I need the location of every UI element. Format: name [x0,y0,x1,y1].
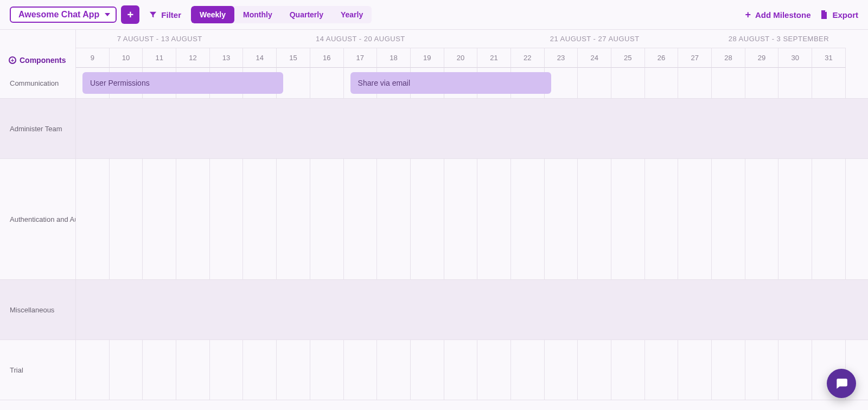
filter-icon [149,11,157,18]
add-project-button[interactable]: + [121,5,139,24]
view-option-weekly[interactable]: Weekly [191,6,234,23]
plus-icon: + [745,10,751,20]
day-header: 25 [611,48,645,68]
day-header: 9 [76,48,110,68]
week-header: 7 AUGUST - 13 AUGUST [76,30,243,48]
toolbar: Awesome Chat App + Filter WeeklyMonthlyQ… [0,0,868,29]
task-bar[interactable]: Share via email [350,72,551,94]
view-switch: WeeklyMonthlyQuarterlyYearly [191,6,372,23]
day-header: 20 [444,48,478,68]
day-header: 29 [745,48,779,68]
filter-button[interactable]: Filter [149,10,181,20]
day-header: 11 [143,48,176,68]
day-header: 28 [712,48,745,68]
view-option-monthly[interactable]: Monthly [234,6,281,23]
view-option-quarterly[interactable]: Quarterly [281,6,332,23]
day-header: 24 [578,48,611,68]
row-track[interactable] [76,340,868,400]
plus-icon: + [127,9,134,21]
day-header: 21 [477,48,511,68]
day-header: 13 [210,48,244,68]
chat-button[interactable] [827,369,856,398]
timeline-row: Authentication and Au… [0,159,868,280]
day-header: 15 [277,48,310,68]
day-header: 17 [344,48,378,68]
timeline-header: + Components 7 AUGUST - 13 AUGUST14 AUGU… [0,29,868,68]
day-header: 14 [243,48,277,68]
export-button[interactable]: Export [820,10,858,20]
timeline-row: Administer Team [0,99,868,159]
filter-label: Filter [161,10,181,20]
day-header: 16 [310,48,344,68]
row-label: Trial [0,340,76,400]
row-label: Miscellaneous [0,280,76,339]
row-label: Communication [0,68,76,98]
row-track[interactable]: User PermissionsShare via email [76,68,868,98]
row-track[interactable] [76,280,868,339]
components-header: + Components [0,30,76,68]
view-option-yearly[interactable]: Yearly [332,6,372,23]
export-label: Export [832,10,858,20]
circle-plus-icon: + [9,56,16,64]
week-header: 14 AUGUST - 20 AUGUST [243,30,477,48]
add-milestone-label: Add Milestone [755,10,811,20]
week-header: 21 AUGUST - 27 AUGUST [477,30,712,48]
project-name: Awesome Chat App [18,10,99,20]
day-header: 22 [511,48,545,68]
day-header: 26 [645,48,679,68]
day-header: 12 [176,48,210,68]
day-header: 23 [545,48,578,68]
timeline-rows: CommunicationUser PermissionsShare via e… [0,68,868,400]
row-label: Authentication and Au… [0,159,76,279]
day-header: 27 [678,48,712,68]
week-header: 28 AUGUST - 3 SEPTEMBER [712,30,846,48]
chevron-down-icon [105,13,110,16]
file-icon [820,10,828,19]
day-header: 19 [411,48,444,68]
add-component-button[interactable]: + Components [9,56,66,65]
day-header: 10 [110,48,143,68]
row-track[interactable] [76,99,868,158]
components-label: Components [20,56,66,65]
timeline-row: Trial [0,340,868,400]
timeline-row: CommunicationUser PermissionsShare via e… [0,68,868,99]
day-header: 30 [778,48,812,68]
row-label: Administer Team [0,99,76,158]
task-bar[interactable]: User Permissions [82,72,283,94]
chat-icon [834,376,848,390]
add-milestone-button[interactable]: + Add Milestone [745,10,810,20]
row-track[interactable] [76,159,868,279]
project-select[interactable]: Awesome Chat App [10,7,117,23]
timeline-row: Miscellaneous [0,280,868,340]
day-header: 31 [812,48,846,68]
day-header: 18 [377,48,411,68]
